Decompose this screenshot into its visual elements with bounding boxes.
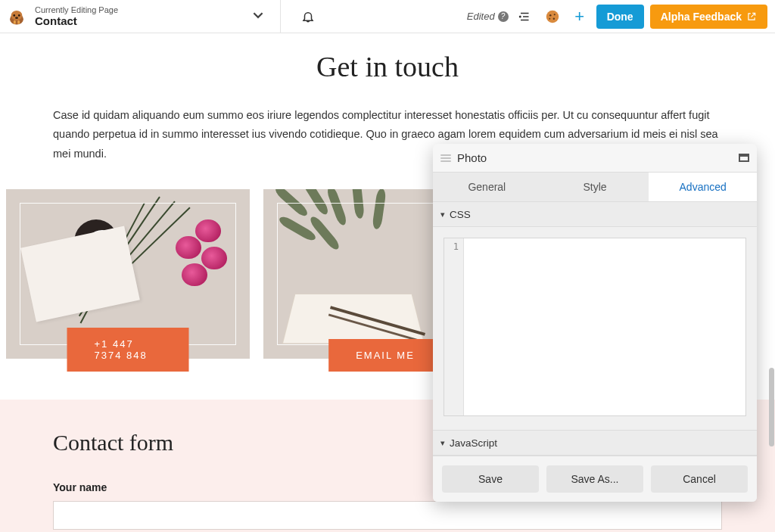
svg-point-9 <box>549 14 552 16</box>
app-logo <box>6 6 27 27</box>
panel-footer: Save Save As... Cancel <box>433 456 757 502</box>
notifications-icon[interactable] <box>297 6 319 27</box>
contact-card-phone[interactable]: +1 447 7374 848 <box>6 189 250 359</box>
done-button[interactable]: Done <box>596 5 644 29</box>
edited-label: Edited <box>467 11 495 22</box>
svg-point-2 <box>13 14 15 17</box>
alpha-feedback-button[interactable]: Alpha Feedback <box>650 5 767 29</box>
svg-rect-5 <box>14 20 16 23</box>
page-title-block[interactable]: Currently Editing Page Contact <box>35 5 118 28</box>
chevron-down-icon: ▾ <box>440 210 445 219</box>
panel-header[interactable]: Photo <box>433 144 757 173</box>
phone-cta-button[interactable]: +1 447 7374 848 <box>67 328 189 372</box>
panel-scrollbar[interactable] <box>767 144 775 506</box>
save-button[interactable]: Save <box>442 465 539 493</box>
maximize-icon[interactable] <box>739 154 749 162</box>
page-dropdown-chevron[interactable] <box>253 10 263 23</box>
divider <box>280 0 281 33</box>
chevron-down-icon: ▾ <box>440 438 445 448</box>
cancel-button[interactable]: Cancel <box>651 465 748 493</box>
css-editor-area: 1 <box>433 227 757 430</box>
css-section-label: CSS <box>450 209 471 220</box>
email-cta-button[interactable]: EMAIL ME <box>328 339 442 372</box>
panel-tabs: General Style Advanced <box>433 173 757 201</box>
tab-advanced[interactable]: Advanced <box>649 173 757 201</box>
scrollbar-thumb[interactable] <box>769 368 774 446</box>
svg-point-8 <box>546 10 559 23</box>
help-icon[interactable]: ? <box>498 11 509 22</box>
css-section-header[interactable]: ▾ CSS <box>433 201 757 227</box>
top-bar: Currently Editing Page Contact Edited ? … <box>0 0 775 33</box>
svg-point-3 <box>18 14 20 17</box>
svg-rect-6 <box>17 20 20 23</box>
javascript-section-label: JavaScript <box>450 437 497 449</box>
tab-style[interactable]: Style <box>541 173 649 201</box>
editing-label: Currently Editing Page <box>35 5 118 15</box>
panel-title: Photo <box>457 151 739 164</box>
outline-icon[interactable] <box>515 6 536 27</box>
page-heading: Get in touch <box>53 50 722 83</box>
svg-point-11 <box>552 17 554 19</box>
svg-point-7 <box>519 16 521 17</box>
css-code-input[interactable] <box>464 238 745 415</box>
svg-point-10 <box>553 14 555 15</box>
save-as-button[interactable]: Save As... <box>546 465 643 493</box>
add-icon[interactable]: + <box>569 6 590 27</box>
external-link-icon <box>746 11 757 22</box>
svg-point-4 <box>15 17 18 19</box>
tab-general[interactable]: General <box>433 173 541 201</box>
page-title: Contact <box>35 14 118 27</box>
drag-handle-icon[interactable] <box>440 154 451 162</box>
svg-point-12 <box>549 17 550 19</box>
line-gutter: 1 <box>444 238 464 415</box>
edited-status: Edited ? <box>467 11 509 22</box>
cookie-icon[interactable] <box>542 6 563 27</box>
javascript-section-header[interactable]: ▾ JavaScript <box>433 430 757 456</box>
module-settings-panel: Photo General Style Advanced ▾ CSS 1 ▾ J… <box>433 144 757 502</box>
name-input[interactable] <box>53 501 722 530</box>
